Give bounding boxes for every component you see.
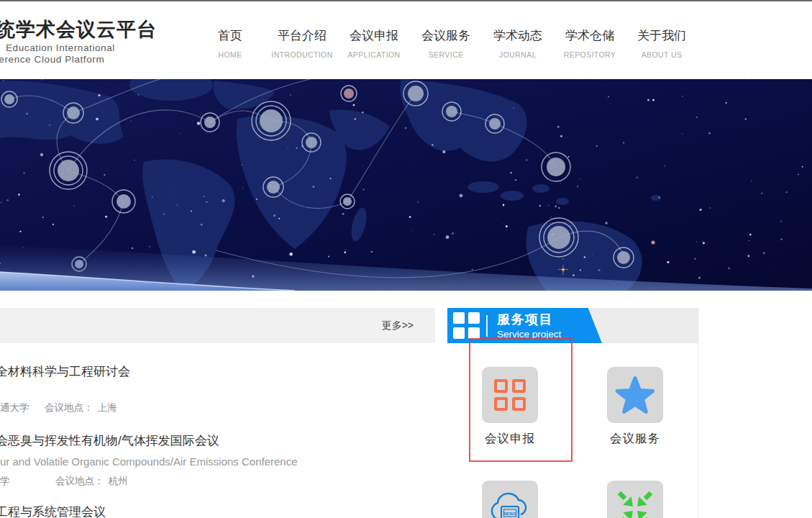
conference-item: 全材料科学与工程研讨会 通大学 会议地点： 上海 (0, 363, 435, 414)
nav-item-about[interactable]: 关于我们 ABOUT US (626, 1, 698, 79)
logo-subtitle-line2: ference Cloud Platform (0, 54, 157, 65)
conference-meta: 通大学 会议地点： 上海 (0, 401, 435, 414)
service-panel-header: 服务项目 Service project (447, 308, 698, 343)
service-header-flag: 服务项目 Service project (447, 308, 602, 343)
site-logo[interactable]: 统学术会议云平台 Education International ference… (0, 19, 157, 65)
nav-label-en: HOME (194, 50, 266, 59)
logo-subtitle-line1: Education International (6, 42, 157, 54)
nav-label-zh: 学术动态 (482, 29, 554, 43)
nav-label-zh: 学术仓储 (554, 29, 626, 43)
green-converge-arrows-icon (615, 489, 655, 518)
service-tile: NEWS (482, 481, 538, 518)
service-item-meeting-application[interactable]: 会议申报 (447, 367, 572, 445)
logo-title: 统学术会议云平台 (0, 19, 157, 40)
nav-item-repository[interactable]: 学术仓储 REPOSITORY (554, 1, 626, 79)
service-item-label: 会议服务 (610, 431, 660, 445)
conference-host: 学 (0, 475, 55, 488)
nav-label-en: REPOSITORY (554, 50, 626, 59)
conference-list-panel: 更多>> 全材料科学与工程研讨会 通大学 会议地点： 上海 会恶臭与挥发性有机物… (0, 308, 435, 518)
nav-label-zh: 首页 (194, 29, 266, 43)
conference-list-header: 更多>> (0, 308, 435, 343)
conference-item: 工程与系统管理会议 (0, 504, 435, 518)
conference-meta: 学 会议地点： 杭州 (0, 475, 435, 488)
nav-item-service[interactable]: 会议服务 SERVICE (410, 1, 482, 79)
nav-label-en: APPLICATION (338, 50, 410, 59)
site-header: 统学术会议云平台 Education International ference… (0, 1, 812, 79)
conference-title[interactable]: 会恶臭与挥发性有机物/气体挥发国际会议 (0, 432, 435, 450)
service-item-collect[interactable] (572, 481, 698, 518)
orange-grid-icon (494, 379, 526, 411)
nav-item-application[interactable]: 会议申报 APPLICATION (338, 1, 410, 79)
hero-banner (0, 79, 812, 291)
service-tile (607, 481, 663, 518)
nav-label-zh: 会议申报 (338, 29, 410, 43)
nav-label-en: JOURNAL (482, 50, 554, 59)
news-icon-text: NEWS (503, 512, 516, 516)
conference-title[interactable]: 全材料科学与工程研讨会 (0, 363, 435, 381)
service-title-zh: 服务项目 (497, 312, 561, 327)
nav-label-zh: 平台介绍 (266, 29, 338, 43)
conference-host: 通大学 (0, 401, 45, 414)
conference-item: 会恶臭与挥发性有机物/气体挥发国际会议 ur and Volatile Orga… (0, 432, 435, 488)
service-items-grid: 会议申报 会议服务 NEWS (447, 367, 698, 518)
nav-label-en: SERVICE (410, 50, 482, 59)
service-panel: 服务项目 Service project 会议申报 会议服务 (447, 308, 698, 518)
service-item-meeting-service[interactable]: 会议服务 (572, 367, 698, 445)
conference-location-value: 杭州 (109, 475, 128, 488)
conference-title[interactable]: 工程与系统管理会议 (0, 504, 435, 518)
page-top-border (0, 0, 812, 1)
conference-location-label: 会议地点： (45, 401, 93, 414)
service-item-label: 会议申报 (485, 431, 535, 445)
service-tile (607, 367, 663, 423)
conference-subtitle-en: ur and Volatile Organic Compounds/Air Em… (0, 455, 435, 469)
nav-item-journal[interactable]: 学术动态 JOURNAL (482, 1, 554, 79)
white-grid-icon (453, 312, 480, 339)
nav-item-introduction[interactable]: 平台介绍 INTRODUCTION (266, 1, 338, 79)
service-header-titles: 服务项目 Service project (497, 312, 561, 340)
service-tile (482, 367, 538, 423)
conference-location-value: 上海 (98, 401, 117, 414)
nav-item-home[interactable]: 首页 HOME (194, 1, 266, 79)
blue-star-icon (615, 376, 655, 414)
nav-label-zh: 会议服务 (410, 29, 482, 43)
nav-label-en: INTRODUCTION (266, 50, 338, 59)
conference-location-label: 会议地点： (55, 475, 104, 488)
nav-label-en: ABOUT US (626, 50, 698, 59)
header-divider (486, 315, 488, 337)
main-nav: 首页 HOME 平台介绍 INTRODUCTION 会议申报 APPLICATI… (194, 1, 698, 79)
nav-label-zh: 关于我们 (626, 29, 698, 43)
service-item-news-cloud[interactable]: NEWS (447, 481, 572, 518)
more-link[interactable]: 更多>> (382, 319, 414, 332)
world-map-graphic (0, 79, 812, 291)
service-title-en: Service project (497, 329, 561, 340)
cloud-news-icon: NEWS (489, 489, 531, 518)
